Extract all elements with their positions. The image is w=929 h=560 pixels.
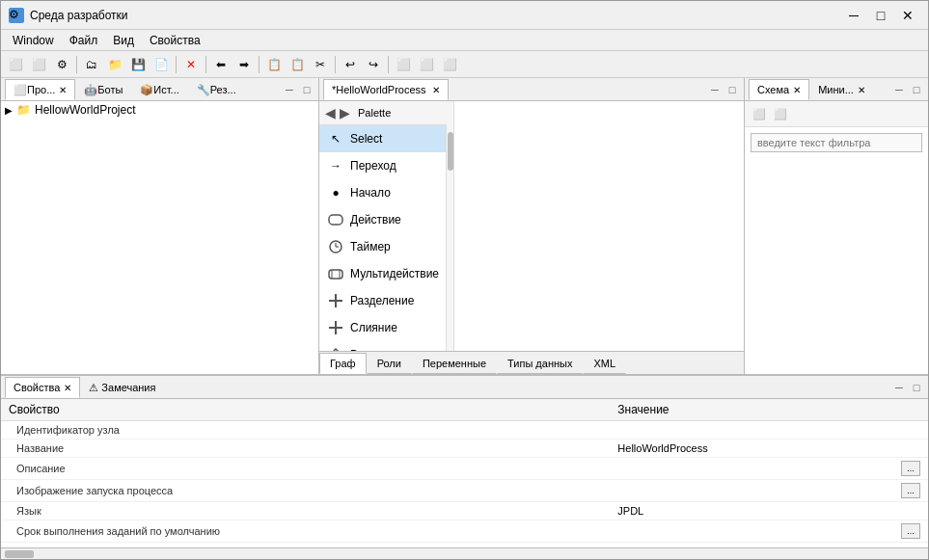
right-tab-schema[interactable]: Схема ✕ [749, 79, 809, 100]
props-action-btn[interactable]: ... [901, 483, 920, 498]
toolbar-sep-3 [205, 56, 206, 73]
props-cell-value [610, 480, 893, 502]
right-toolbar-btn-1[interactable]: ⬜ [749, 103, 770, 124]
minimize-button[interactable]: ─ [841, 6, 866, 25]
toolbar-btn-10[interactable]: 📋 [287, 54, 308, 75]
right-toolbar-btn-2[interactable]: ⬜ [770, 103, 791, 124]
props-cell-property: Изображение запуска процесса [1, 480, 610, 502]
right-panel: Схема ✕ Мини... ✕ ─ □ ⬜ ⬜ [745, 78, 928, 374]
palette-item-start[interactable]: ● Начало [319, 179, 453, 206]
props-cell-value [610, 520, 893, 543]
canvas-area[interactable] [454, 101, 744, 351]
toolbar-redo[interactable]: ↪ [363, 54, 384, 75]
props-content: Свойство Значение Идентификатор узлаНазв… [1, 399, 928, 547]
menu-window[interactable]: Window [5, 32, 62, 49]
toolbar-btn-12[interactable]: ⬜ [393, 54, 414, 75]
props-panel-maximize[interactable]: □ [909, 380, 924, 395]
bottom-tab-graph[interactable]: Граф [319, 353, 367, 374]
palette-item-join[interactable]: Слияние [319, 314, 453, 341]
toolbar-btn-3[interactable]: 🗂 [81, 54, 102, 75]
horizontal-scrollbar[interactable] [1, 547, 928, 559]
toolbar-btn-4[interactable]: 📁 [104, 54, 125, 75]
left-tab-bots[interactable]: 🤖 Боты [75, 79, 131, 100]
toolbar-sep-1 [76, 56, 77, 73]
properties-panel: Свойства ✕ ⚠ Замечания ─ □ [1, 376, 928, 559]
left-panel-maximize[interactable]: □ [299, 82, 314, 97]
props-tab-close[interactable]: ✕ [64, 383, 71, 393]
props-action-btn[interactable]: ... [901, 461, 920, 476]
right-tab-mini[interactable]: Мини... ✕ [809, 79, 874, 100]
toolbar-btn-5[interactable]: 💾 [127, 54, 149, 75]
palette-forward-btn[interactable]: ▶ [340, 105, 350, 120]
center-panel-maximize[interactable]: □ [724, 82, 740, 97]
toolbar-btn-8[interactable]: ➡ [233, 54, 255, 75]
toolbar-btn-1[interactable]: ⬜ [5, 54, 26, 75]
palette-scrollbar-thumb [448, 132, 453, 171]
left-tab-sources[interactable]: 📦 Ист... [131, 79, 187, 100]
bottom-tab-variables[interactable]: Переменные [412, 353, 497, 374]
bottom-tab-datatypes[interactable]: Типы данных [497, 353, 583, 374]
palette-item-timer[interactable]: Таймер [319, 233, 453, 260]
left-tab-project-icon: ⬜ [14, 84, 27, 96]
menu-file[interactable]: Файл [62, 32, 106, 49]
props-tab-properties[interactable]: Свойства ✕ [5, 377, 80, 398]
palette-item-multiaction[interactable]: Мультидействие [319, 260, 453, 287]
center-panel-minimize[interactable]: ─ [707, 82, 723, 97]
filter-input[interactable] [751, 133, 922, 152]
palette-scrollbar[interactable] [446, 124, 453, 351]
left-tab-project[interactable]: ⬜ Про... ✕ [5, 79, 75, 100]
props-panel-controls: ─ □ [891, 380, 924, 395]
props-cell-property: Срок выполнения заданий по умолчанию [1, 520, 610, 543]
toolbar-btn-6[interactable]: 📄 [150, 54, 172, 75]
right-panel-minimize[interactable]: ─ [891, 82, 907, 97]
left-panel-minimize[interactable]: ─ [282, 82, 297, 97]
props-cell-property: Описание [1, 458, 610, 480]
svg-rect-0 [329, 215, 342, 225]
left-tab-project-close[interactable]: ✕ [59, 85, 67, 95]
palette-item-branch[interactable]: Ветвление [319, 341, 453, 351]
toolbar-btn-9[interactable]: 📋 [263, 54, 285, 75]
editor-tab-process[interactable]: *HelloWorldProcess ✕ [323, 79, 449, 100]
toolbar-btn-gear[interactable]: ⚙ [51, 54, 72, 75]
palette-item-transition[interactable]: → Переход [319, 152, 453, 179]
fork-icon [327, 292, 344, 309]
bottom-tab-xml[interactable]: XML [583, 353, 626, 374]
multiaction-icon [327, 265, 344, 282]
right-tab-schema-close[interactable]: ✕ [793, 85, 801, 95]
editor-tab-close[interactable]: ✕ [432, 85, 440, 95]
toolbar-btn-delete[interactable]: ✕ [180, 54, 202, 75]
palette-item-action[interactable]: Действие [319, 206, 453, 233]
menu-view[interactable]: Вид [105, 32, 142, 49]
right-panel-maximize[interactable]: □ [909, 82, 924, 97]
editor-tabs: *HelloWorldProcess ✕ ─ □ [319, 78, 744, 101]
left-tab-resources[interactable]: 🔧 Рез... [188, 79, 245, 100]
props-row: Изображение запуска процесса... [1, 480, 928, 502]
props-table: Свойство Значение Идентификатор узлаНазв… [1, 399, 928, 543]
props-action-btn[interactable]: ... [901, 523, 920, 539]
toolbar-btn-7[interactable]: ⬅ [210, 54, 232, 75]
toolbar-btn-11[interactable]: ✂ [310, 54, 331, 75]
main-window: ⚙ Среда разработки ─ □ ✕ Window Файл Вид… [0, 0, 929, 560]
props-row: Идентификатор узла [1, 421, 928, 440]
toolbar-btn-14[interactable]: ⬜ [439, 54, 460, 75]
props-panel-minimize[interactable]: ─ [891, 380, 907, 395]
tree-item-project[interactable]: ▶ 📁 HellowWorldProject [1, 101, 318, 119]
props-row: Срок выполнения заданий по умолчанию... [1, 520, 928, 543]
center-panel: *HelloWorldProcess ✕ ─ □ ◀ ▶ [319, 78, 745, 374]
maximize-button[interactable]: □ [868, 6, 893, 25]
toolbar-btn-2[interactable]: ⬜ [28, 54, 49, 75]
close-button[interactable]: ✕ [895, 6, 920, 25]
props-cell-action: ... [893, 520, 928, 543]
bottom-tab-roles[interactable]: Роли [367, 353, 412, 374]
left-tab-bots-icon: 🤖 [84, 84, 97, 96]
toolbar-undo[interactable]: ↩ [340, 54, 361, 75]
toolbar-btn-13[interactable]: ⬜ [416, 54, 437, 75]
palette-back-btn[interactable]: ◀ [325, 105, 336, 120]
palette-item-select[interactable]: ↖ Select [319, 125, 453, 152]
right-tab-mini-close[interactable]: ✕ [858, 85, 865, 95]
props-tab-notes[interactable]: ⚠ Замечания [80, 377, 164, 398]
timer-icon [327, 238, 344, 255]
palette-item-fork[interactable]: Разделение [319, 287, 453, 314]
menu-properties[interactable]: Свойства [142, 32, 208, 49]
left-panel: ⬜ Про... ✕ 🤖 Боты 📦 Ист... 🔧 Ре [1, 78, 319, 374]
